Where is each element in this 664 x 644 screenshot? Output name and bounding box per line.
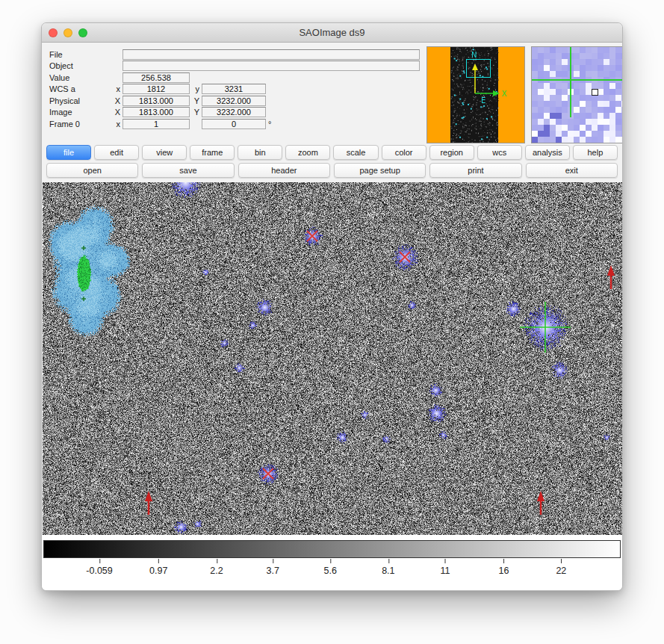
image-x-field[interactable]: 1813.000: [122, 107, 190, 117]
toolbar-exit[interactable]: exit: [526, 163, 618, 178]
menu-file[interactable]: file: [46, 145, 91, 160]
menu-bin[interactable]: bin: [238, 145, 282, 160]
image-y-label: Y: [190, 108, 199, 117]
toolbar-page-setup[interactable]: page setup: [334, 163, 426, 178]
wcs-row: WCS a x 1812 y 3231: [49, 84, 421, 96]
image-canvas[interactable]: [43, 182, 623, 535]
toolbar-header[interactable]: header: [238, 163, 330, 178]
physical-y-label: Y: [190, 96, 199, 105]
menu-frame[interactable]: frame: [190, 145, 235, 160]
toolbar-save[interactable]: save: [142, 163, 234, 178]
panner[interactable]: [426, 46, 525, 143]
image-y-field[interactable]: 3232.000: [202, 107, 266, 117]
wcs-label: WCS a: [49, 84, 111, 93]
physical-y-field[interactable]: 3232.000: [202, 96, 266, 106]
frame-rotation-field[interactable]: 0: [202, 119, 266, 129]
colorbar-tick-label: -0.059: [86, 566, 112, 576]
frame-label: Frame 0: [49, 120, 111, 129]
value-field[interactable]: 256.538: [122, 72, 190, 83]
file-field[interactable]: [122, 49, 420, 60]
titlebar[interactable]: SAOImage ds9: [42, 23, 622, 43]
frame-row: Frame 0 x 1 0 °: [49, 118, 421, 130]
toolbar-print[interactable]: print: [429, 163, 521, 178]
colorbar-tick-label: 8.1: [382, 566, 394, 576]
colorbar-ticks: -0.0590.972.23.75.68.1111622: [45, 558, 619, 582]
ds9-window: SAOImage ds9 File Object Value 256.538: [41, 22, 623, 591]
degree-symbol: °: [268, 120, 271, 129]
colorbar-tick-label: 16: [498, 566, 509, 576]
colorbar-tick-label: 2.2: [210, 566, 223, 576]
file-label: File: [49, 50, 111, 59]
magnifier: [531, 46, 623, 143]
menu-wcs[interactable]: wcs: [477, 145, 522, 160]
image-view: [43, 182, 621, 535]
menu-bar: file edit view frame bin zoom scale colo…: [46, 145, 618, 160]
physical-label: Physical: [49, 96, 111, 105]
menu-zoom[interactable]: zoom: [285, 145, 330, 160]
wcs-y-field[interactable]: 3231: [202, 84, 266, 94]
menu-help[interactable]: help: [573, 145, 618, 160]
colorbar-section: -0.0590.972.23.75.68.1111622: [42, 535, 622, 591]
object-label: Object: [49, 61, 111, 70]
colorbar-tick-label: 11: [440, 566, 450, 576]
value-row: Value 256.538: [49, 72, 421, 84]
file-toolbar: open save header page setup print exit: [46, 163, 618, 178]
menu-analysis[interactable]: analysis: [525, 145, 570, 160]
colorbar-tick-label: 5.6: [323, 566, 336, 576]
image-row: Image X 1813.000 Y 3232.000: [49, 107, 421, 119]
value-label: Value: [49, 73, 111, 82]
menu-scale[interactable]: scale: [333, 145, 378, 160]
fullscreen-button[interactable]: [78, 28, 87, 37]
desktop: SAOImage ds9 File Object Value 256.538: [0, 0, 664, 644]
menu-color[interactable]: color: [382, 145, 426, 160]
frame-zoom-field[interactable]: 1: [122, 119, 190, 129]
menu-region[interactable]: region: [429, 145, 474, 160]
close-button[interactable]: [49, 28, 58, 37]
physical-row: Physical X 1813.000 Y 3232.000: [49, 95, 421, 107]
frame-zoom-label: x: [111, 120, 120, 129]
physical-x-label: X: [111, 96, 120, 105]
toolbar-open[interactable]: open: [46, 163, 138, 178]
colorbar-tick-label: 3.7: [267, 566, 279, 576]
wcs-x-label: x: [111, 84, 120, 93]
image-x-label: X: [111, 108, 120, 117]
menu-edit[interactable]: edit: [94, 145, 139, 160]
colorbar[interactable]: [43, 540, 621, 558]
traffic-lights: [49, 28, 87, 37]
info-panel: File Object Value 256.538 WCS a x: [49, 46, 421, 143]
wcs-y-label: y: [190, 84, 199, 93]
window-title: SAOImage ds9: [299, 27, 364, 38]
minimize-button[interactable]: [63, 28, 72, 37]
magnifier-canvas: [532, 47, 623, 143]
menu-view[interactable]: view: [142, 145, 187, 160]
colorbar-tick-label: 0.97: [149, 566, 167, 576]
wcs-x-field[interactable]: 1812: [122, 84, 190, 94]
colorbar-tick-label: 22: [556, 566, 566, 576]
image-label: Image: [49, 108, 111, 117]
object-row: Object: [49, 61, 421, 72]
file-row: File: [49, 49, 421, 61]
panner-canvas[interactable]: [427, 47, 524, 143]
physical-x-field[interactable]: 1813.000: [122, 96, 190, 106]
object-field[interactable]: [122, 61, 420, 71]
info-and-views-panel: File Object Value 256.538 WCS a x: [42, 43, 622, 143]
